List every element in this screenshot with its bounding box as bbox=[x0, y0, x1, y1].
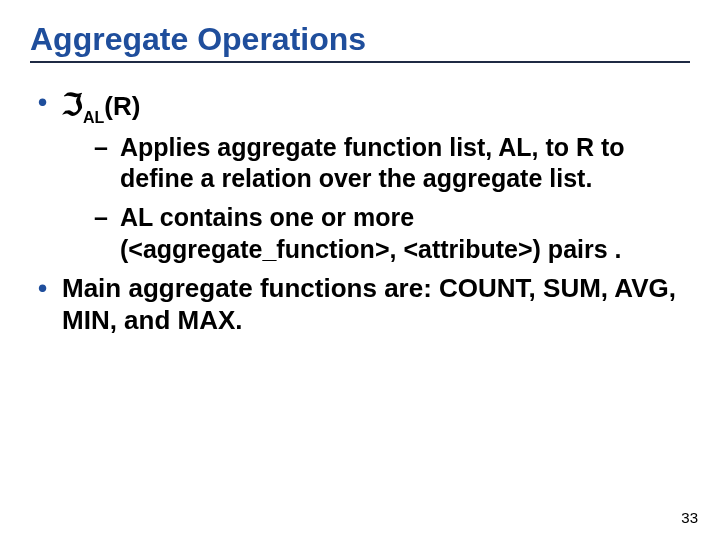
bullet-formula: ℑAL(R) Applies aggregate function list, … bbox=[38, 87, 690, 265]
page-number: 33 bbox=[681, 509, 698, 526]
sub-bullet: Applies aggregate function list, AL, to … bbox=[94, 132, 690, 195]
formula-rest: (R) bbox=[104, 91, 140, 121]
bullet-list-level2: Applies aggregate function list, AL, to … bbox=[62, 132, 690, 265]
symbol-imaginary: ℑ bbox=[62, 88, 83, 121]
formula: ℑAL(R) bbox=[62, 91, 140, 121]
formula-subscript: AL bbox=[83, 109, 104, 126]
page-title: Aggregate Operations bbox=[30, 22, 690, 63]
bullet-list-level1: ℑAL(R) Applies aggregate function list, … bbox=[30, 87, 690, 336]
slide: Aggregate Operations ℑAL(R) Applies aggr… bbox=[0, 0, 720, 540]
sub-bullet: AL contains one or more (<aggregate_func… bbox=[94, 202, 690, 265]
bullet-main: Main aggregate functions are: COUNT, SUM… bbox=[38, 273, 690, 336]
